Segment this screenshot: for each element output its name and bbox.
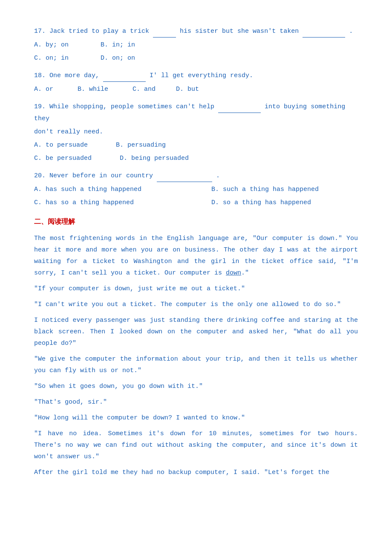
- passage-para-6: "So when it goes down, you go down with …: [34, 381, 358, 392]
- q19-blank1: [218, 101, 261, 113]
- q17-text: 17. Jack tried to play a trick his siste…: [34, 26, 358, 38]
- q18-optD[interactable]: D. but: [168, 84, 199, 95]
- passage-para-7: "That's good, sir.": [34, 396, 358, 408]
- q20-text: 20. Never before in our country .: [34, 170, 358, 182]
- q19-text: 19. While shopping, people sometimes can…: [34, 101, 358, 124]
- q20-optD[interactable]: D. so a thing has happened: [196, 197, 358, 208]
- q18-text-after: I' ll get everything resdy.: [150, 72, 253, 79]
- q20-blank1: [157, 170, 212, 182]
- question-19: 19. While shopping, people sometimes can…: [34, 101, 358, 164]
- q17-blank2: [303, 26, 345, 38]
- passage-para-1: The most frightening words in the Englis…: [34, 233, 358, 279]
- down-underline: down: [226, 269, 241, 277]
- passage-para-2: "If your computer is down, just write me…: [34, 283, 358, 295]
- passage-para-10: After the girl told me they had no backu…: [34, 467, 358, 478]
- q17-optC[interactable]: C. on; in: [34, 52, 69, 64]
- question-18: 18. One more day, I' ll get everything r…: [34, 70, 358, 95]
- q20-text-before: 20. Never before in our country: [34, 172, 157, 179]
- q19-optC[interactable]: C. be persuaded: [34, 153, 92, 164]
- q19-optA[interactable]: A. to persuade: [34, 139, 88, 151]
- q19-optB[interactable]: B. persuading: [101, 139, 166, 151]
- q17-text-middle: his sister but she wasn't taken: [180, 28, 299, 35]
- q18-text: 18. One more day, I' ll get everything r…: [34, 70, 358, 82]
- q18-options: A. or B. while C. and D. but: [34, 84, 358, 95]
- q17-optD[interactable]: D. on; on: [81, 52, 135, 64]
- passage-para-5: "We give the computer the information ab…: [34, 353, 358, 376]
- question-20: 20. Never before in our country . A. has…: [34, 170, 358, 208]
- q18-optA[interactable]: A. or: [34, 84, 53, 95]
- q18-optB[interactable]: B. while: [66, 84, 108, 95]
- passage-para-9: "I have no idea. Sometimes it's down for…: [34, 428, 358, 462]
- q20-options: A. has such a thing happened B. such a t…: [34, 184, 358, 208]
- question-17: 17. Jack tried to play a trick his siste…: [34, 26, 358, 64]
- passage-para-4: I noticed every passenger was just stand…: [34, 315, 358, 349]
- q19-line2: don't really need.: [34, 128, 103, 136]
- q19-options-row1: A. to persuade B. persuading: [34, 139, 358, 151]
- q18-text-before: 18. One more day,: [34, 72, 103, 79]
- q19-text-line1-before: 19. While shopping, people sometimes can…: [34, 103, 214, 110]
- q17-options-row2: C. on; in D. on; on: [34, 52, 358, 64]
- passage-para-3: "I can't write you out a ticket. The com…: [34, 299, 358, 310]
- q17-optB[interactable]: B. in; in: [81, 39, 135, 51]
- q20-optC[interactable]: C. has so a thing happened: [34, 197, 196, 208]
- q19-text-line2: don't really need.: [34, 126, 358, 138]
- q17-optA[interactable]: A. by; on: [34, 39, 69, 51]
- q17-options-row1: A. by; on B. in; in: [34, 39, 358, 51]
- q18-blank1: [103, 70, 146, 82]
- q20-optA[interactable]: A. has such a thing happened: [34, 184, 196, 195]
- section-title-reading: 二、阅读理解: [34, 216, 358, 228]
- q17-blank1: [153, 26, 176, 38]
- q19-optD[interactable]: D. being persuaded: [104, 153, 189, 164]
- q18-optC[interactable]: C. and: [121, 84, 156, 95]
- q20-optB[interactable]: B. such a thing has happened: [196, 184, 358, 195]
- passage-para-8: "How long will the computer be down? I w…: [34, 412, 358, 424]
- q20-text-after: .: [216, 172, 220, 179]
- q17-text-before: 17. Jack tried to play a trick: [34, 28, 149, 35]
- q17-text-after: .: [349, 28, 353, 35]
- q19-options-row2: C. be persuaded D. being persuaded: [34, 153, 358, 164]
